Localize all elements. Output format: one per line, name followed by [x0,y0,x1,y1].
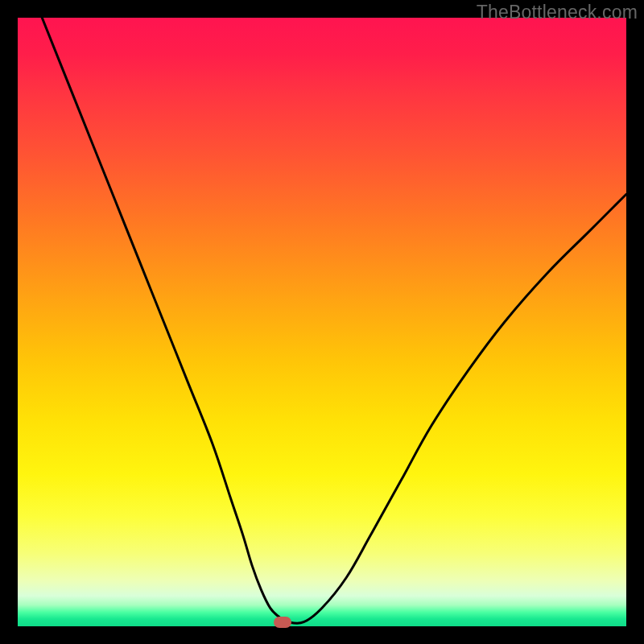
chart-frame: TheBottleneck.com [0,0,644,644]
optimal-point-marker [274,617,291,628]
bottleneck-curve [18,18,626,626]
watermark-text: TheBottleneck.com [477,2,638,23]
